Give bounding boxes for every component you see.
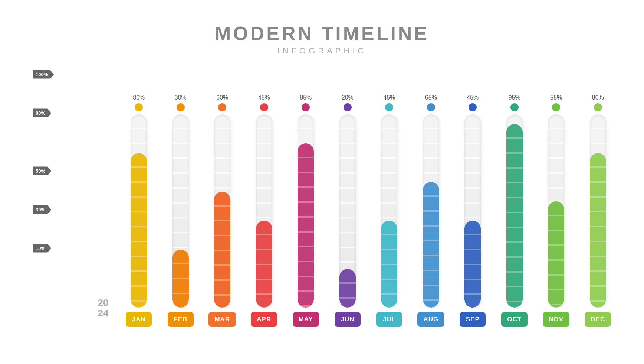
title-section: MODERN TIMELINE INFOGRAPHIC xyxy=(215,22,429,56)
bar-track xyxy=(256,114,272,308)
color-dot xyxy=(594,103,602,111)
percent-label: 30% xyxy=(175,94,187,101)
month-badge: JAN xyxy=(126,312,152,327)
bar-track xyxy=(298,114,314,308)
bar-fill xyxy=(381,221,397,308)
bar-track xyxy=(381,114,397,308)
percent-label: 45% xyxy=(383,94,395,101)
color-dot xyxy=(469,103,477,111)
color-dot xyxy=(552,103,560,111)
percent-label: 45% xyxy=(258,94,270,101)
month-badge: SEP xyxy=(460,312,486,327)
chart-area: 100%80%50%30%10% 20 24 80%JAN30%FEB60%MA… xyxy=(25,67,619,327)
month-col: 65%AUG xyxy=(410,94,452,327)
y-badge: 80% xyxy=(33,109,48,117)
bar-track xyxy=(506,114,523,308)
bar-fill xyxy=(506,124,523,308)
month-col: 95%OCT xyxy=(494,94,536,327)
bar-track xyxy=(590,114,606,308)
y-label: 10% xyxy=(33,244,48,253)
main-container: MODERN TIMELINE INFOGRAPHIC 100%80%50%30… xyxy=(25,15,619,349)
month-badge: OCT xyxy=(501,312,528,327)
percent-label: 45% xyxy=(467,94,479,101)
color-dot xyxy=(218,103,226,111)
month-col: 45%APR xyxy=(243,94,285,327)
bar-track xyxy=(131,114,147,308)
bar-track xyxy=(172,114,189,308)
percent-label: 80% xyxy=(133,94,145,101)
percent-label: 85% xyxy=(300,94,312,101)
percent-label: 20% xyxy=(342,94,354,101)
y-badge: 10% xyxy=(33,244,48,253)
bar-fill xyxy=(423,182,439,308)
month-badge: DEC xyxy=(585,312,611,327)
bar-fill xyxy=(590,153,606,308)
percent-label: 80% xyxy=(592,94,604,101)
bar-track xyxy=(548,114,564,308)
month-col: 60%MAR xyxy=(201,94,243,327)
y-label: 50% xyxy=(33,167,48,175)
color-dot xyxy=(177,103,185,111)
bar-fill xyxy=(548,201,564,308)
bar-track xyxy=(214,114,230,308)
month-col: 45%JUL xyxy=(368,94,410,327)
months-row: 20 24 80%JAN30%FEB60%MAR45%APR85%MAY20%J… xyxy=(88,67,619,327)
month-col: 20%JUN xyxy=(327,94,369,327)
y-label: 100% xyxy=(33,70,51,79)
month-badge: MAR xyxy=(208,312,236,327)
y-badge: 100% xyxy=(33,70,51,79)
bar-track xyxy=(423,114,439,308)
sub-title: INFOGRAPHIC xyxy=(215,46,429,56)
y-badge: 50% xyxy=(33,167,48,175)
y-badge: 30% xyxy=(33,205,48,214)
color-dot xyxy=(302,103,310,111)
percent-label: 55% xyxy=(550,94,562,101)
percent-label: 95% xyxy=(509,94,520,101)
bar-track xyxy=(464,114,481,308)
bar-track xyxy=(339,114,356,308)
y-label: 80% xyxy=(33,109,48,117)
month-badge: MAY xyxy=(293,312,319,327)
color-dot xyxy=(135,103,143,111)
month-badge: JUN xyxy=(335,312,361,327)
month-badge: AUG xyxy=(417,312,444,327)
color-dot xyxy=(427,103,435,111)
year-label: 20 24 xyxy=(90,298,116,319)
bar-fill xyxy=(298,143,314,308)
color-dot xyxy=(260,103,268,111)
color-dot xyxy=(510,103,519,111)
month-badge: FEB xyxy=(168,312,194,327)
bar-fill xyxy=(464,221,481,308)
bar-fill xyxy=(172,250,189,308)
color-dot xyxy=(385,103,393,111)
month-col: 80%JAN xyxy=(118,94,160,327)
month-col: 55%NOV xyxy=(535,94,577,327)
bar-fill xyxy=(214,192,230,308)
y-label: 30% xyxy=(33,205,48,214)
month-col: 45%SEP xyxy=(452,94,494,327)
bar-fill xyxy=(339,269,356,308)
month-col: 85%MAY xyxy=(285,94,327,327)
percent-label: 65% xyxy=(425,94,437,101)
bar-fill xyxy=(256,221,272,308)
month-col: 30%FEB xyxy=(160,94,202,327)
month-badge: JUL xyxy=(376,312,402,327)
year-col: 20 24 xyxy=(88,298,118,327)
percent-label: 60% xyxy=(216,94,228,101)
month-badge: APR xyxy=(251,312,277,327)
color-dot xyxy=(344,103,352,111)
month-col: 80%DEC xyxy=(577,94,619,327)
month-badge: NOV xyxy=(543,312,569,327)
bar-fill xyxy=(131,153,147,308)
main-title: MODERN TIMELINE xyxy=(215,22,429,45)
